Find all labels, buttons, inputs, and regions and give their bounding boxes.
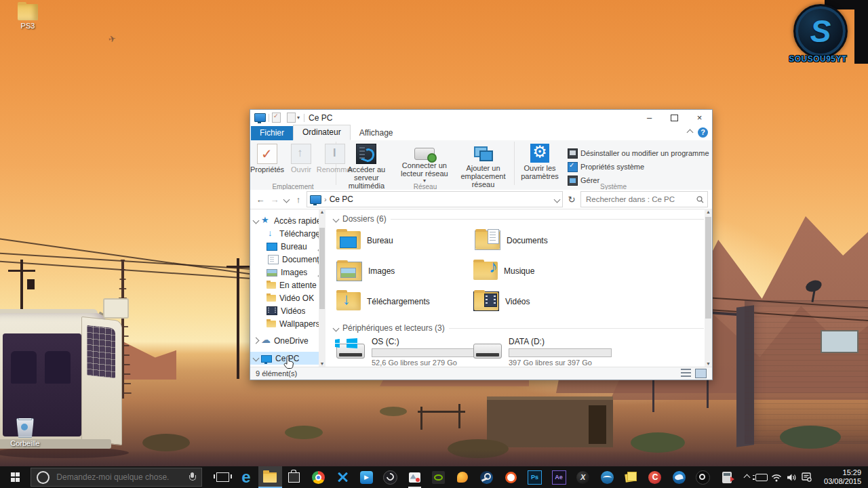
taskbar-app-orange[interactable] bbox=[450, 466, 474, 488]
folder-tile[interactable]: Documents bbox=[473, 225, 610, 256]
details-view-icon[interactable] bbox=[681, 369, 691, 377]
collapse-icon[interactable] bbox=[252, 218, 259, 224]
help-icon[interactable]: ? bbox=[698, 127, 708, 138]
desktop-icon-ps3[interactable]: PS3 bbox=[3, 4, 53, 30]
sidebar-item[interactable]: Vidéo OK bbox=[250, 291, 326, 304]
properties-quick-icon[interactable] bbox=[272, 113, 281, 123]
refresh-icon[interactable]: ↻ bbox=[565, 195, 578, 205]
taskbar-app-xbox[interactable]: X bbox=[571, 466, 595, 488]
taskbar-app-edge[interactable]: e bbox=[234, 466, 258, 488]
taskbar-app-chrome[interactable] bbox=[307, 466, 330, 488]
taskbar-app-origin[interactable] bbox=[498, 466, 522, 488]
scrollbar-thumb[interactable] bbox=[319, 228, 325, 309]
sidebar-item-onedrive[interactable]: OneDrive bbox=[250, 334, 326, 347]
close-button[interactable]: × bbox=[687, 110, 712, 125]
sidebar-item[interactable]: Bureau bbox=[250, 240, 326, 253]
taskbar-app-converter[interactable] bbox=[715, 466, 739, 488]
folder-tile[interactable]: Images bbox=[336, 256, 473, 286]
taskbar-app-mail-bird[interactable] bbox=[667, 466, 691, 488]
folder-tile[interactable]: Vidéos bbox=[473, 286, 610, 317]
wallpaper-fence-rail bbox=[418, 411, 465, 413]
task-view-button[interactable] bbox=[212, 466, 235, 488]
sidebar-item[interactable]: En attente d'upl bbox=[250, 279, 326, 291]
drive-tile[interactable]: DATA (D:) 397 Go libres sur 397 Go bbox=[473, 334, 650, 367]
main-scrollbar[interactable]: ▲ ▼ bbox=[705, 209, 712, 367]
scroll-up-icon[interactable]: ▲ bbox=[319, 209, 326, 216]
collapse-icon[interactable] bbox=[333, 325, 340, 331]
taskbar-app-store[interactable] bbox=[282, 466, 306, 488]
items-view: Dossiers (6) Bureau Documents bbox=[326, 209, 712, 367]
cortana-search-input[interactable] bbox=[55, 472, 183, 483]
customize-quick-access-caret[interactable]: ▾ bbox=[297, 115, 300, 121]
folder-tile[interactable]: Téléchargements bbox=[336, 286, 473, 317]
up-icon[interactable]: ↑ bbox=[292, 195, 304, 205]
title-bar[interactable]: ▾ Ce PC – × bbox=[250, 110, 712, 125]
taskbar-app-sticky-notes[interactable] bbox=[619, 466, 643, 488]
sidebar-item[interactable]: Vidéos bbox=[250, 304, 326, 317]
collapse-icon[interactable] bbox=[252, 355, 259, 362]
scroll-up-icon[interactable]: ▲ bbox=[705, 209, 712, 216]
wifi-icon[interactable] bbox=[769, 466, 784, 488]
folder-tile[interactable]: Musique bbox=[473, 256, 610, 286]
sidebar-scrollbar[interactable]: ▲ ▼ bbox=[319, 209, 326, 367]
taskbar-app-media-player[interactable]: ▶ bbox=[355, 466, 378, 488]
volume-icon[interactable] bbox=[784, 466, 799, 488]
folder-tile[interactable]: Bureau bbox=[336, 225, 473, 256]
program-icon bbox=[568, 148, 578, 159]
cortana-search[interactable] bbox=[31, 468, 201, 487]
action-center-icon[interactable] bbox=[799, 466, 814, 488]
minimize-ribbon-icon[interactable] bbox=[687, 129, 694, 136]
open-settings-button[interactable]: Ouvrir les paramètres bbox=[515, 142, 565, 182]
drive-tile[interactable]: OS (C:) 52,6 Go libres sur 279 Go bbox=[336, 334, 473, 367]
address-dropdown-icon[interactable] bbox=[554, 196, 561, 203]
back-icon[interactable]: ← bbox=[254, 195, 267, 205]
sidebar-item[interactable]: Téléchargem bbox=[250, 227, 326, 240]
taskbar-app-after-effects[interactable]: Ae bbox=[547, 466, 570, 488]
collapse-icon[interactable] bbox=[333, 216, 340, 222]
section-header-drives[interactable]: Périphériques et lecteurs (3) bbox=[334, 323, 704, 333]
sidebar-item[interactable]: Wallpapers bbox=[250, 317, 326, 330]
taskbar-app-recorder[interactable] bbox=[691, 466, 715, 488]
sidebar-item[interactable]: Images bbox=[250, 266, 326, 279]
uninstall-program-button[interactable]: Désinstaller ou modifier un programme bbox=[568, 147, 709, 159]
taskbar-app-nvidia[interactable] bbox=[427, 466, 450, 488]
microphone-icon[interactable] bbox=[189, 472, 196, 483]
power-plug-icon[interactable] bbox=[754, 466, 769, 488]
new-folder-quick-icon[interactable] bbox=[287, 113, 296, 123]
taskbar-app-file-explorer[interactable] bbox=[258, 466, 282, 488]
section-header-folders[interactable]: Dossiers (6) bbox=[334, 214, 704, 224]
taskbar-clock[interactable]: 15:29 03/08/2015 bbox=[814, 468, 868, 486]
tab-ordinateur[interactable]: Ordinateur bbox=[293, 125, 351, 140]
tab-affichage[interactable]: Affichage bbox=[351, 126, 402, 140]
taskbar-app-ccleaner[interactable]: C bbox=[643, 466, 667, 488]
taskbar-app-photoshop[interactable]: Ps bbox=[523, 466, 547, 488]
scrollbar-thumb[interactable] bbox=[705, 217, 711, 319]
maximize-button[interactable] bbox=[662, 110, 687, 125]
system-properties-button[interactable]: Propriétés système bbox=[568, 161, 709, 173]
thumbnails-view-icon[interactable] bbox=[695, 369, 707, 378]
taskbar-app-capture-tool[interactable] bbox=[330, 466, 354, 488]
sidebar-item-quick-access[interactable]: Accès rapide bbox=[250, 214, 326, 227]
minimize-button[interactable]: – bbox=[637, 110, 662, 125]
taskbar-app-steam[interactable] bbox=[475, 466, 498, 488]
forward-icon[interactable]: → bbox=[269, 195, 281, 205]
tab-fichier[interactable]: Fichier bbox=[251, 126, 293, 140]
breadcrumb[interactable]: › Ce PC bbox=[307, 191, 563, 207]
map-network-drive-button[interactable]: Connecter un lecteur réseau ▾ bbox=[397, 142, 452, 185]
desktop-icon-recycle-bin[interactable]: Corbeille bbox=[0, 418, 50, 447]
explorer-search[interactable] bbox=[580, 191, 708, 207]
breadcrumb-location[interactable]: Ce PC bbox=[330, 195, 353, 204]
folder-icon bbox=[267, 282, 276, 289]
taskbar-app-openoffice[interactable] bbox=[595, 466, 618, 488]
file-explorer-window: ▾ Ce PC – × Fichier Ordinateur Affichage… bbox=[250, 109, 713, 380]
taskbar-app-obs[interactable] bbox=[378, 466, 402, 488]
taskbar-app-screenshot-tool[interactable] bbox=[403, 466, 427, 488]
properties-button[interactable]: Propriétés bbox=[250, 142, 284, 175]
tray-expand-chevron-icon[interactable] bbox=[739, 466, 754, 488]
open-button[interactable]: Ouvrir bbox=[284, 142, 318, 175]
expand-icon[interactable] bbox=[252, 338, 259, 344]
recent-locations-icon[interactable] bbox=[283, 196, 290, 203]
start-button[interactable] bbox=[0, 466, 31, 488]
explorer-search-input[interactable] bbox=[585, 195, 696, 204]
sidebar-item[interactable]: Documents bbox=[250, 253, 326, 266]
